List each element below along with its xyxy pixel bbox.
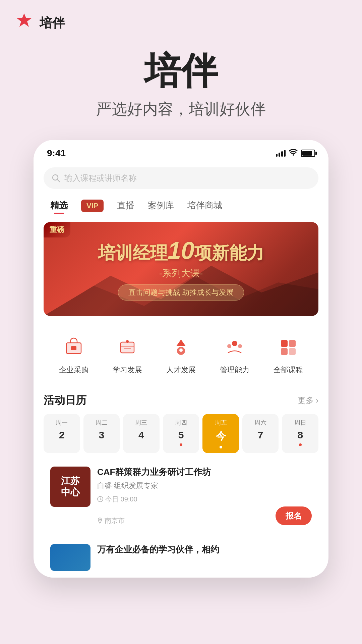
signal-icon bbox=[276, 150, 286, 157]
hero-title: 培伴 bbox=[13, 50, 349, 91]
banner-title: 培训经理10项新能力 bbox=[98, 237, 264, 264]
svg-line-2 bbox=[57, 179, 60, 182]
hero-section: 培伴 严选好内容，培训好伙伴 bbox=[0, 40, 362, 140]
svg-rect-19 bbox=[281, 340, 288, 347]
hero-subtitle: 严选好内容，培训好伙伴 bbox=[13, 99, 349, 120]
tab-jingxuan[interactable]: 精选 bbox=[44, 197, 74, 214]
category-rencai[interactable]: 人才发展 bbox=[166, 334, 196, 375]
category-quanbu[interactable]: 全部课程 bbox=[274, 334, 303, 375]
tab-zhibo[interactable]: 直播 bbox=[110, 197, 141, 214]
activity-section: 活动日历 更多 › 周一 2 周二 3 周三 4 bbox=[44, 393, 318, 578]
tab-shangcheng[interactable]: 培伴商城 bbox=[181, 197, 229, 214]
svg-point-17 bbox=[227, 344, 231, 348]
logo-icon bbox=[13, 12, 35, 34]
event-thumbnail-2 bbox=[50, 544, 90, 571]
guanli-icon bbox=[221, 334, 248, 361]
category-xuexi-label: 学习发展 bbox=[113, 365, 142, 375]
event-time-1: 今日 09:00 bbox=[97, 495, 312, 504]
location-icon bbox=[97, 518, 103, 524]
clock-icon bbox=[97, 496, 103, 502]
banner-desc: 直击问题与挑战 助推成长与发展 bbox=[118, 284, 244, 301]
svg-rect-21 bbox=[281, 348, 288, 355]
phone-mockup: 9:41 输入课程或讲师名称 精选 VIP bbox=[34, 140, 328, 578]
event-title-1: CAF群策群力业务研讨工作坊 bbox=[97, 467, 312, 478]
svg-point-12 bbox=[126, 340, 129, 343]
banner-content: 培训经理10项新能力 -系列大课- 直击问题与挑战 助推成长与发展 bbox=[44, 222, 318, 316]
category-quanbu-label: 全部课程 bbox=[274, 365, 303, 375]
battery-icon bbox=[301, 150, 315, 157]
calendar-day-fri[interactable]: 周五 今 bbox=[202, 414, 239, 453]
category-guanli-label: 管理能力 bbox=[220, 365, 249, 375]
xuexi-icon bbox=[114, 334, 141, 361]
event-card-2[interactable]: 万有企业必备的学习伙伴，相约 bbox=[44, 537, 318, 578]
category-rencai-label: 人才发展 bbox=[166, 365, 196, 375]
status-icons bbox=[276, 149, 315, 158]
app-logo-text: 培伴 bbox=[40, 14, 65, 32]
svg-rect-7 bbox=[71, 346, 76, 350]
event-speaker-1: 白睿·组织发展专家 bbox=[97, 481, 312, 491]
status-bar: 9:41 bbox=[34, 140, 328, 162]
banner[interactable]: 重磅 培训经理10项新能力 -系列大课- 直击问题与挑战 助推成长与发展 bbox=[44, 222, 318, 316]
event-thumbnail-1: 江苏 中心 bbox=[50, 467, 90, 507]
svg-point-24 bbox=[99, 519, 101, 520]
search-bar[interactable]: 输入课程或讲师名称 bbox=[44, 167, 318, 189]
calendar-day-tue[interactable]: 周二 3 bbox=[83, 414, 120, 453]
category-xuexi[interactable]: 学习发展 bbox=[113, 334, 142, 375]
section-title: 活动日历 bbox=[44, 393, 86, 408]
search-icon bbox=[52, 174, 60, 182]
calendar-day-mon[interactable]: 周一 2 bbox=[44, 414, 80, 453]
svg-rect-8 bbox=[121, 342, 134, 353]
top-bar: 培伴 bbox=[0, 0, 362, 40]
tab-anli[interactable]: 案例库 bbox=[141, 197, 181, 214]
event-title-2: 万有企业必备的学习伙伴，相约 bbox=[97, 544, 312, 555]
calendar-day-wed[interactable]: 周三 4 bbox=[123, 414, 160, 453]
banner-subtitle: -系列大课- bbox=[159, 267, 203, 280]
tab-vip[interactable]: VIP bbox=[74, 198, 110, 213]
search-placeholder: 输入课程或讲师名称 bbox=[64, 173, 137, 183]
qiye-icon bbox=[60, 334, 87, 361]
event-info-1: CAF群策群力业务研讨工作坊 白睿·组织发展专家 今日 09:00 bbox=[97, 467, 312, 525]
event-location-1: 南京市 bbox=[97, 516, 125, 525]
svg-point-18 bbox=[238, 344, 242, 348]
calendar-day-sat[interactable]: 周六 7 bbox=[242, 414, 279, 453]
category-qiye-label: 企业采购 bbox=[59, 365, 88, 375]
signup-button-1[interactable]: 报名 bbox=[276, 506, 312, 525]
event-info-2: 万有企业必备的学习伙伴，相约 bbox=[97, 544, 312, 558]
category-guanli[interactable]: 管理能力 bbox=[220, 334, 249, 375]
banner-badge: 重磅 bbox=[44, 222, 70, 237]
calendar-day-sun[interactable]: 周日 8 bbox=[282, 414, 318, 453]
more-button[interactable]: 更多 › bbox=[298, 395, 318, 406]
category-section: 企业采购 学习发展 人才发展 bbox=[44, 324, 318, 385]
svg-marker-0 bbox=[17, 13, 32, 27]
event-card-1[interactable]: 江苏 中心 CAF群策群力业务研讨工作坊 白睿·组织发展专家 今日 09:00 bbox=[44, 460, 318, 532]
status-time: 9:41 bbox=[47, 148, 66, 159]
category-qiye[interactable]: 企业采购 bbox=[59, 334, 88, 375]
svg-point-16 bbox=[232, 341, 237, 346]
svg-rect-20 bbox=[289, 340, 296, 347]
nav-tabs: 精选 VIP 直播 案例库 培伴商城 bbox=[34, 197, 328, 219]
wifi-icon bbox=[289, 149, 298, 158]
svg-marker-13 bbox=[176, 339, 186, 346]
calendar-day-thu[interactable]: 周四 5 bbox=[163, 414, 199, 453]
calendar-row: 周一 2 周二 3 周三 4 周四 5 周五 今 bbox=[44, 414, 318, 453]
rencai-icon bbox=[168, 334, 194, 361]
section-header: 活动日历 更多 › bbox=[44, 393, 318, 408]
svg-rect-22 bbox=[289, 348, 296, 355]
quanbu-icon bbox=[275, 334, 302, 361]
event-footer-1: 南京市 报名 bbox=[97, 506, 312, 525]
svg-point-15 bbox=[179, 348, 183, 352]
